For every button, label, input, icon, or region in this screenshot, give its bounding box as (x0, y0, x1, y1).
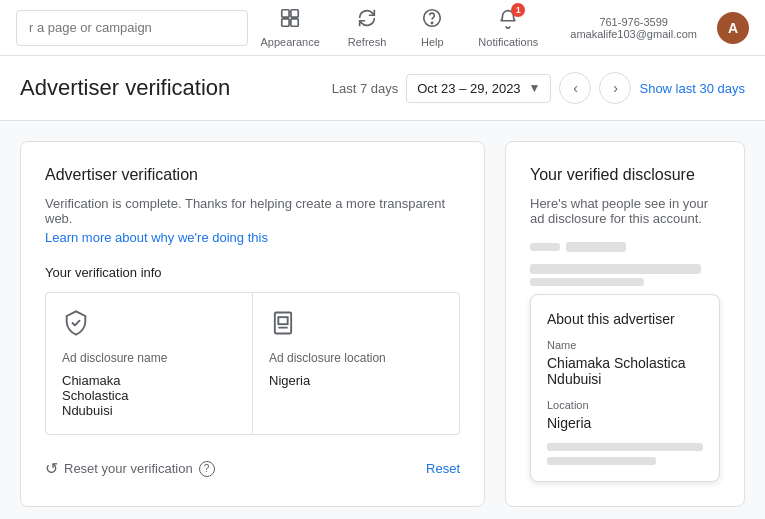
prev-date-button[interactable]: ‹ (559, 72, 591, 104)
header-nav: Appearance Refresh Help (248, 0, 749, 56)
help-circle-icon[interactable]: ? (199, 461, 215, 477)
help-label: Help (421, 36, 444, 48)
user-email: amakalife103@gmail.com (570, 28, 697, 40)
svg-rect-0 (282, 10, 289, 17)
user-section: 761-976-3599 amakalife103@gmail.com (562, 12, 705, 44)
main-content: Advertiser verification Verification is … (0, 121, 765, 519)
notifications-icon: 1 (497, 7, 519, 34)
svg-point-5 (432, 22, 433, 23)
ad-short-bar (530, 278, 644, 286)
date-controls: Last 7 days Oct 23 – 29, 2023 ▼ ‹ › Show… (332, 72, 745, 104)
right-card-description: Here's what people see in your ad disclo… (530, 196, 720, 226)
header: Appearance Refresh Help (0, 0, 765, 56)
svg-rect-3 (291, 19, 298, 26)
ad-disclosure-name-label: Ad disclosure name (62, 351, 236, 365)
help-icon (421, 7, 443, 34)
svg-rect-7 (278, 317, 287, 324)
reset-section: ↺ Reset your verification ? Reset (45, 451, 460, 478)
appearance-icon (279, 7, 301, 34)
ad-preview (530, 242, 720, 286)
reset-left: ↺ Reset your verification ? (45, 459, 215, 478)
verification-info-box: Ad disclosure name ChiamakaScholasticaNd… (45, 292, 460, 435)
refresh-label: Refresh (348, 36, 387, 48)
ad-title-bar (530, 264, 701, 274)
date-picker-text: Oct 23 – 29, 2023 (417, 81, 520, 96)
about-advertiser-title: About this advertiser (547, 311, 703, 327)
notifications-label: Notifications (478, 36, 538, 48)
svg-rect-2 (282, 19, 289, 26)
date-picker[interactable]: Oct 23 – 29, 2023 ▼ (406, 74, 551, 103)
refresh-nav-item[interactable]: Refresh (336, 0, 399, 56)
reset-verification-label: Reset your verification (64, 461, 193, 476)
right-card-title: Your verified disclosure (530, 166, 720, 184)
shield-icon (62, 309, 236, 343)
page-header: Advertiser verification Last 7 days Oct … (0, 56, 765, 121)
about-bar-2 (547, 457, 656, 465)
ad-disclosure-location-value: Nigeria (269, 373, 443, 388)
verified-disclosure-card: Your verified disclosure Here's what peo… (505, 141, 745, 507)
advertiser-verification-card: Advertiser verification Verification is … (20, 141, 485, 507)
ad-disclosure-location-label: Ad disclosure location (269, 351, 443, 365)
help-nav-item[interactable]: Help (402, 0, 462, 56)
avatar[interactable]: A (717, 12, 749, 44)
chevron-down-icon: ▼ (529, 81, 541, 95)
svg-rect-1 (291, 10, 298, 17)
refresh-icon (356, 7, 378, 34)
verification-col-name: Ad disclosure name ChiamakaScholasticaNd… (46, 293, 253, 434)
verification-info-label: Your verification info (45, 265, 460, 280)
name-field-label: Name (547, 339, 703, 351)
name-field-value: Chiamaka Scholastica Ndubuisi (547, 355, 703, 387)
card-title: Advertiser verification (45, 166, 460, 184)
learn-more-link[interactable]: Learn more about why we're doing this (45, 230, 268, 245)
appearance-label: Appearance (260, 36, 319, 48)
ad-disclosure-name-value: ChiamakaScholasticaNdubuisi (62, 373, 236, 418)
location-field-label: Location (547, 399, 703, 411)
reset-button[interactable]: Reset (426, 461, 460, 476)
verification-col-location: Ad disclosure location Nigeria (253, 293, 459, 434)
date-range-label: Last 7 days (332, 81, 399, 96)
reset-icon: ↺ (45, 459, 58, 478)
user-phone: 761-976-3599 (599, 16, 668, 28)
about-bar-1 (547, 443, 703, 451)
ad-label-bar (530, 243, 560, 251)
ad-label-bar-2 (566, 242, 626, 252)
location-icon (269, 309, 443, 343)
notification-badge: 1 (511, 3, 525, 17)
show-last-30-link[interactable]: Show last 30 days (639, 81, 745, 96)
notifications-nav-item[interactable]: 1 Notifications (466, 0, 550, 56)
card-description: Verification is complete. Thanks for hel… (45, 196, 460, 226)
next-date-button[interactable]: › (599, 72, 631, 104)
about-advertiser-popup: About this advertiser Name Chiamaka Scho… (530, 294, 720, 482)
svg-rect-6 (275, 313, 291, 334)
search-input[interactable] (16, 10, 248, 46)
location-field-value: Nigeria (547, 415, 703, 431)
appearance-nav-item[interactable]: Appearance (248, 0, 331, 56)
page-title: Advertiser verification (20, 75, 332, 101)
